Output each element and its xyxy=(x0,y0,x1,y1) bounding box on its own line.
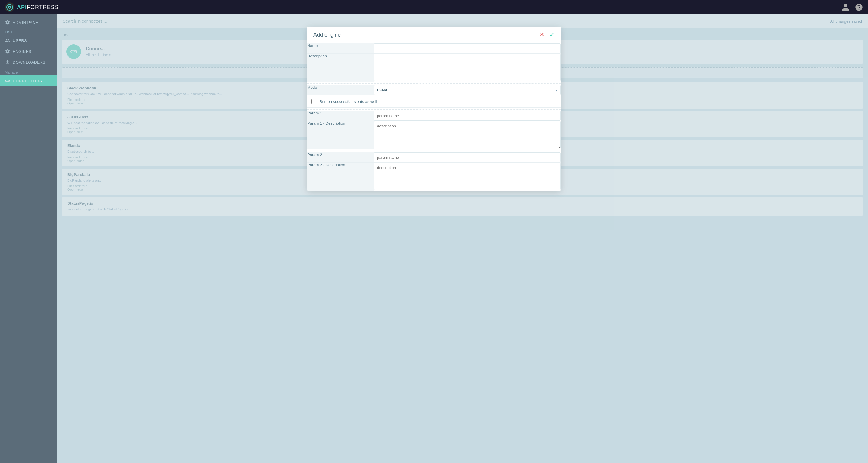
mode-input-cell: Event Schedule Polling ▾ xyxy=(374,85,561,95)
checkbox-label: Run on successful events as well xyxy=(319,99,377,104)
mode-row: Mode Event Schedule Polling ▾ xyxy=(307,85,561,95)
app-logo[interactable] xyxy=(5,2,14,12)
name-label: Name xyxy=(307,43,374,54)
param2-input-cell xyxy=(374,152,561,163)
param2-desc-textarea[interactable] xyxy=(374,163,561,190)
mode-label: Mode xyxy=(307,85,374,95)
param2-desc-cell xyxy=(374,163,561,191)
modal-close-button[interactable]: ✕ xyxy=(539,31,545,38)
description-input-cell xyxy=(374,54,561,82)
description-label: Description xyxy=(307,54,374,82)
add-engine-modal: Add engine ✕ ✓ Name xyxy=(307,27,561,191)
param1-desc-cell xyxy=(374,121,561,149)
mode-select-wrapper: Event Schedule Polling ▾ xyxy=(374,85,561,95)
form-table: Name Description xyxy=(307,43,561,82)
description-textarea[interactable] xyxy=(374,54,561,81)
form-table-2: Mode Event Schedule Polling ▾ xyxy=(307,85,561,95)
param2-desc-label: Param 2 - Description xyxy=(307,163,374,191)
name-input-cell xyxy=(374,43,561,54)
param1-input-cell xyxy=(374,111,561,121)
modal-confirm-button[interactable]: ✓ xyxy=(549,31,555,38)
param1-desc-textarea[interactable] xyxy=(374,121,561,148)
param1-desc-row: Param 1 - Description xyxy=(307,121,561,149)
param2-label: Param 2 xyxy=(307,152,374,163)
name-row: Name xyxy=(307,43,561,54)
form-table-4: Param 2 Param 2 - Description xyxy=(307,152,561,191)
section-separator-1 xyxy=(307,83,561,84)
name-input[interactable] xyxy=(374,43,561,54)
description-row: Description xyxy=(307,54,561,82)
param1-input[interactable] xyxy=(374,111,561,121)
modal-title: Add engine xyxy=(313,32,341,38)
successful-events-checkbox[interactable] xyxy=(311,99,316,104)
param1-desc-label: Param 1 - Description xyxy=(307,121,374,149)
param2-desc-row: Param 2 - Description xyxy=(307,163,561,191)
section-separator-2 xyxy=(307,109,561,110)
modal-body: Name Description xyxy=(307,43,561,191)
mode-select[interactable]: Event Schedule Polling xyxy=(374,85,561,95)
topbar-right xyxy=(841,3,863,11)
param1-row: Param 1 xyxy=(307,111,561,121)
svg-point-2 xyxy=(9,7,10,8)
overlay: Add engine ✕ ✓ Name xyxy=(57,14,868,463)
param2-row: Param 2 xyxy=(307,152,561,163)
topbar-left: APIFORTRESS xyxy=(5,2,59,12)
modal-actions: ✕ ✓ xyxy=(539,31,555,38)
main-content: All changes saved List Conne... All the … xyxy=(57,14,868,463)
modal-header: Add engine ✕ ✓ xyxy=(307,27,561,43)
form-table-3: Param 1 Param 1 - Description xyxy=(307,111,561,149)
layout: ADMIN Panel List USERS ENGINES DOWNLOADE… xyxy=(0,0,868,463)
help-icon[interactable] xyxy=(855,3,863,11)
checkbox-row: Run on successful events as well xyxy=(307,95,561,108)
app-title: APIFORTRESS xyxy=(17,4,59,10)
user-icon[interactable] xyxy=(841,3,850,11)
param2-input[interactable] xyxy=(374,152,561,162)
param1-label: Param 1 xyxy=(307,111,374,121)
section-separator-3 xyxy=(307,151,561,151)
topbar: APIFORTRESS xyxy=(0,0,868,14)
